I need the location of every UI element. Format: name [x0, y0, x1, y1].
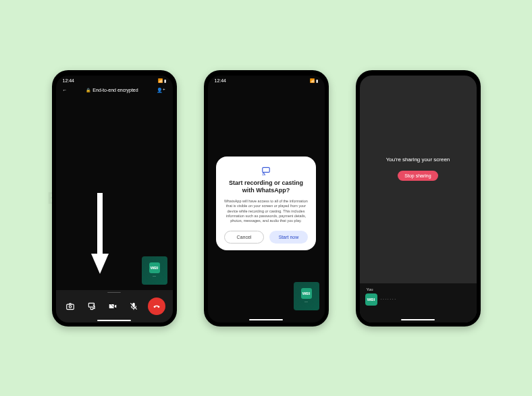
video-toggle-button[interactable]: [105, 299, 120, 314]
you-label: You: [367, 287, 471, 291]
pip-logo: WBI: [149, 262, 160, 273]
dialog-body: WhatsApp will have access to all of the …: [224, 199, 308, 224]
svg-rect-9: [263, 168, 270, 173]
call-body: WBI ·····: [56, 98, 173, 322]
pip-sub: ·····: [153, 275, 157, 278]
add-participant-icon[interactable]: 👤⁺: [157, 88, 165, 93]
svg-point-3: [69, 305, 72, 308]
home-indicator: [249, 319, 283, 320]
phone-mockup-3: You're sharing your screen Stop sharing …: [356, 70, 481, 327]
status-bar: 12:44 📶 ▮: [56, 76, 173, 85]
arrow-annotation: [90, 193, 110, 274]
cast-icon: [261, 166, 271, 175]
self-video-pip[interactable]: WBI ·····: [294, 282, 319, 310]
pip-sub: ·····: [304, 300, 309, 304]
home-indicator: [97, 320, 131, 321]
svg-marker-1: [91, 254, 109, 274]
camera-switch-button[interactable]: [63, 299, 78, 314]
stop-sharing-button[interactable]: Stop sharing: [398, 171, 437, 181]
participants-strip: You WBI ·······: [360, 283, 477, 322]
screen-share-button[interactable]: [84, 299, 99, 314]
end-call-button[interactable]: [148, 298, 165, 315]
phone-mockup-1: 12:44 📶 ▮ ← 🔒 End-to-end encrypted 👤⁺: [52, 70, 177, 327]
drag-handle[interactable]: [107, 292, 121, 293]
sharing-title: You're sharing your screen: [360, 157, 477, 163]
dialog-title: Start recording or casting with WhatsApp…: [224, 179, 308, 195]
phone-mockup-2: 12:44 📶 ▮ Start recording or casting wit…: [204, 70, 329, 327]
call-header: ← 🔒 End-to-end encrypted 👤⁺: [56, 85, 173, 96]
mic-mute-button[interactable]: [126, 299, 141, 314]
you-avatar[interactable]: WBI: [365, 293, 377, 306]
status-bar: 12:44 📶 ▮: [208, 76, 325, 85]
back-icon[interactable]: ←: [63, 88, 68, 92]
cancel-button[interactable]: Cancel: [224, 231, 264, 244]
start-now-button[interactable]: Start now: [269, 231, 308, 244]
status-time: 12:44: [215, 78, 227, 83]
call-controls: [56, 290, 173, 322]
lock-icon: 🔒: [86, 88, 90, 92]
pip-logo: WBI: [301, 288, 312, 299]
svg-rect-2: [67, 304, 74, 310]
signal-icon: 📶: [310, 78, 315, 83]
status-bar: [360, 76, 477, 85]
encryption-label: End-to-end encrypted: [92, 88, 138, 92]
signal-icon: 📶: [158, 78, 163, 83]
cast-permission-dialog: Start recording or casting with WhatsApp…: [216, 157, 316, 250]
self-video-pip[interactable]: WBI ·····: [142, 256, 167, 285]
status-time: 12:44: [63, 78, 75, 83]
home-indicator: [401, 319, 435, 320]
battery-icon: ▮: [316, 78, 318, 83]
you-dots: ·······: [381, 297, 397, 302]
battery-icon: ▮: [164, 78, 166, 83]
sharing-message: You're sharing your screen Stop sharing: [360, 157, 477, 181]
